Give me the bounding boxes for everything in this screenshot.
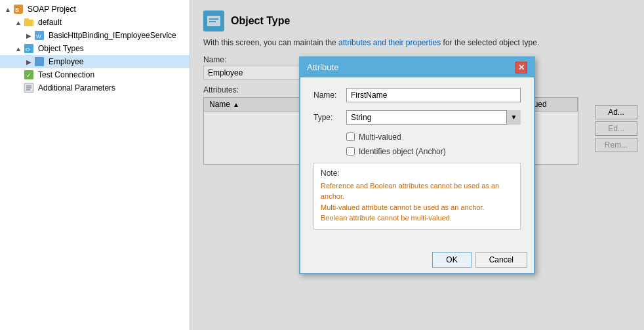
sidebar-label-object-types: Object Types [38, 44, 84, 53]
note-line-3: Boolean attribute cannot be multi-valued… [321, 213, 513, 224]
sidebar-item-basic-http[interactable]: ▶ W BasicHttpBinding_IEmployeeService [0, 29, 190, 42]
multivalued-label[interactable]: Multi-valued [359, 133, 401, 142]
svg-text:✓: ✓ [26, 72, 31, 79]
note-line-1: Reference and Boolean attributes cannot … [321, 180, 513, 202]
anchor-label[interactable]: Identifies object (Anchor) [359, 147, 446, 156]
toggle-test: ▶ [13, 72, 24, 79]
dialog-close-button[interactable]: ✕ [515, 62, 527, 73]
dialog-name-input[interactable] [346, 88, 521, 102]
sidebar-label-default: default [38, 18, 62, 27]
sidebar-item-default[interactable]: ▲ default [0, 16, 190, 29]
object-types-icon: O [24, 43, 35, 54]
sidebar-label-test-connection: Test Connection [38, 70, 94, 79]
dialog-name-row: Name: [313, 88, 521, 102]
sidebar-item-employee[interactable]: ▶ Employee [0, 55, 190, 68]
toggle-employee[interactable]: ▶ [24, 58, 34, 66]
svg-text:O: O [26, 47, 30, 52]
note-text: Reference and Boolean attributes cannot … [321, 180, 513, 224]
note-section: Note: Reference and Boolean attributes c… [313, 163, 521, 230]
svg-text:S: S [15, 7, 19, 13]
dialog-name-label: Name: [313, 91, 346, 100]
attribute-dialog: Attribute ✕ Name: Type: String Integer B… [299, 56, 535, 274]
cancel-button[interactable]: Cancel [475, 252, 527, 268]
folder-icon [24, 17, 35, 28]
multivalued-row: Multi-valued [346, 133, 521, 142]
employee-icon [34, 56, 46, 67]
toggle-object-types[interactable]: ▲ [13, 45, 24, 52]
sidebar-item-additional-params[interactable]: ▶ Additional Parameters [0, 81, 190, 94]
sidebar-label-employee: Employee [49, 57, 83, 66]
note-title: Note: [321, 169, 513, 178]
svg-rect-8 [35, 57, 44, 66]
content-area: Object Type With this screen, you can ma… [190, 0, 644, 330]
anchor-checkbox[interactable] [346, 147, 355, 155]
toggle-soap-project[interactable]: ▲ [3, 6, 13, 13]
service-icon: W [34, 30, 46, 41]
svg-text:W: W [36, 33, 41, 39]
sidebar-item-test-connection[interactable]: ▶ ✓ Test Connection [0, 68, 190, 81]
sidebar-label-soap-project: SOAP Project [28, 5, 76, 14]
dialog-title: Attribute [307, 62, 338, 72]
dialog-type-row: Type: String Integer Boolean DateTime Re… [313, 110, 521, 125]
sidebar-item-soap-project[interactable]: ▲ S SOAP Project [0, 3, 190, 16]
multivalued-checkbox[interactable] [346, 133, 355, 141]
dialog-body: Name: Type: String Integer Boolean DateT… [300, 77, 534, 247]
params-icon [24, 83, 35, 93]
dialog-overlay: Attribute ✕ Name: Type: String Integer B… [190, 0, 644, 330]
sidebar: ▲ S SOAP Project ▲ default ▶ W BasicHttp… [0, 0, 190, 330]
toggle-params: ▶ [13, 85, 24, 92]
sidebar-label-additional-params: Additional Parameters [38, 83, 115, 93]
dialog-type-wrapper: String Integer Boolean DateTime Referenc… [346, 110, 521, 125]
sidebar-label-basic-http: BasicHttpBinding_IEmployeeService [49, 31, 176, 40]
ok-button[interactable]: OK [432, 252, 471, 268]
soap-icon: S [13, 4, 25, 14]
toggle-basic-http[interactable]: ▶ [24, 32, 34, 39]
dialog-titlebar: Attribute ✕ [300, 58, 534, 77]
anchor-row: Identifies object (Anchor) [346, 147, 521, 156]
svg-rect-3 [24, 18, 29, 21]
dialog-type-label: Type: [313, 113, 346, 122]
toggle-default[interactable]: ▲ [13, 19, 24, 26]
sidebar-item-object-types[interactable]: ▲ O Object Types [0, 42, 190, 55]
dialog-type-select[interactable]: String Integer Boolean DateTime Referenc… [346, 110, 521, 125]
dialog-footer: OK Cancel [300, 247, 534, 273]
test-icon: ✓ [24, 70, 35, 80]
note-line-2: Multi-valued attribute cannot be used as… [321, 202, 513, 213]
